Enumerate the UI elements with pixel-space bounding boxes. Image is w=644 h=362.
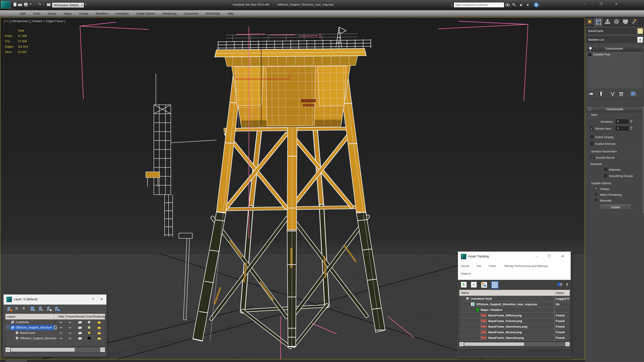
asset-hscrollbar[interactable]: ‹ › — [459, 342, 570, 347]
radiosity-lamp-icon[interactable] — [98, 338, 101, 340]
select-layer-icon[interactable] — [38, 306, 44, 313]
close-button[interactable]: ✕ — [612, 1, 621, 7]
render-toggle-teapot-icon[interactable] — [78, 321, 82, 323]
menu-rendering[interactable]: Rendering — [159, 10, 180, 17]
menu-graph-editors[interactable]: Graph Editors — [133, 10, 158, 17]
asset-menu-paths[interactable]: Paths — [489, 264, 496, 268]
collapse-minus-icon[interactable]: − — [6, 326, 9, 329]
subscription-key-icon[interactable] — [511, 2, 518, 7]
tab-create[interactable] — [586, 18, 594, 25]
freeze-toggle[interactable] — [68, 338, 71, 339]
hide-toggle[interactable] — [60, 338, 62, 339]
object-name-field[interactable]: BaseFrame — [586, 28, 636, 34]
workspace-dropdown[interactable]: Workspace: Default ▾ — [52, 2, 84, 8]
app-logo-dropdown-icon[interactable]: ▾ — [11, 7, 12, 9]
rollout-header-turbosmooth[interactable]: − TurboSmooth — [586, 106, 644, 112]
asset-dialog-titlebar[interactable]: Asset Tracking – ❐ ✕ — [458, 252, 571, 262]
modifier-list-dropdown[interactable]: Modifier List ▼ — [586, 37, 643, 43]
layer-hscrollbar[interactable]: ‹ › — [5, 347, 105, 353]
hide-toggle[interactable] — [60, 322, 62, 323]
tab-motion[interactable] — [612, 18, 621, 25]
menu-modifiers[interactable]: Modifiers — [92, 10, 111, 17]
pin-stack-icon[interactable] — [588, 91, 594, 97]
select-objects-icon[interactable] — [30, 306, 36, 313]
asset-row-map[interactable]: PNG BaseFrame_Glossiness.png Found — [459, 324, 570, 329]
tab-display[interactable] — [621, 18, 630, 25]
menu-edit[interactable]: Edit — [17, 10, 29, 17]
new-file-icon[interactable] — [12, 2, 18, 7]
asset-row-vault[interactable]: Autodesk Vault Logged Out — [459, 296, 570, 302]
layer-help-button[interactable]: ? — [92, 297, 94, 301]
undo-icon[interactable]: ↶ — [28, 2, 34, 7]
iterations-spinner[interactable]: ▲▼ — [630, 119, 633, 124]
search-flyout-icon[interactable]: ▸ — [452, 4, 453, 6]
menu-create[interactable]: Create — [76, 10, 92, 17]
layer-row-offshore-object[interactable]: Offshore_Support_Structure — [5, 336, 106, 341]
make-unique-icon[interactable] — [610, 91, 616, 97]
asset-menu-options[interactable]: Options — [461, 272, 471, 275]
redo-icon[interactable]: ↷ — [37, 2, 42, 7]
radio-always[interactable] — [594, 187, 598, 190]
layer-row-offshore-support-structure[interactable]: − Offshore_Support_Structure — [5, 325, 106, 330]
current-layer-box[interactable] — [54, 326, 56, 329]
freeze-toggle[interactable] — [68, 322, 71, 323]
layer-dialog[interactable]: Layer: 0 (default) ? ✕ ✕ + Layers Hide F… — [3, 294, 107, 357]
menu-views[interactable]: Views — [60, 10, 75, 17]
layer-row-baseframe[interactable]: BaseFrame — [5, 330, 106, 336]
radiosity-lamp-icon[interactable] — [98, 332, 101, 334]
layer-color-swatch[interactable] — [88, 326, 90, 329]
modifier-list-arrow-icon[interactable]: ▼ — [637, 37, 643, 43]
asset-tracking-dialog[interactable]: Asset Tracking – ❐ ✕ Server File Paths B… — [458, 251, 571, 358]
layer-color-swatch[interactable] — [88, 321, 90, 324]
render-iters-field[interactable]: 2 — [616, 126, 628, 131]
tab-hierarchy[interactable] — [603, 18, 612, 25]
asset-menu-server[interactable]: Server — [461, 264, 469, 268]
hide-toggle[interactable] — [60, 327, 62, 328]
refresh-icon[interactable]: ↻ — [461, 282, 467, 288]
isoline-display-checkbox[interactable] — [590, 135, 594, 139]
render-toggle-teapot-icon[interactable] — [78, 332, 82, 334]
radio-when-rendering[interactable] — [594, 193, 598, 196]
menu-tools[interactable]: Tools — [30, 10, 44, 17]
menu-group[interactable]: Group — [44, 10, 60, 17]
table-view-icon[interactable] — [491, 281, 499, 289]
layer-color-swatch[interactable] — [88, 331, 90, 334]
search-input[interactable] — [454, 2, 504, 7]
app-logo-button[interactable] — [1, 1, 10, 9]
layer-dialog-titlebar[interactable]: Layer: 0 (default) ? ✕ — [4, 295, 106, 305]
asset-minimize-button[interactable]: – — [535, 254, 537, 258]
help-icon[interactable]: ? — [534, 3, 539, 7]
report-view-icon[interactable]: ≡ — [471, 282, 477, 288]
asset-menu-bitmap-performance[interactable]: Bitmap Performance and Memory — [504, 264, 548, 268]
asset-close-button[interactable]: ✕ — [561, 254, 564, 258]
layer-row-default[interactable]: 0 (default) ✓ — [5, 320, 106, 325]
render-iters-spinner[interactable]: ▲▼ — [630, 126, 633, 131]
redo-dropdown-icon[interactable]: ▾ — [43, 3, 44, 5]
stack-item-editable-poly[interactable]: + Editable Poly — [586, 52, 643, 57]
layer-color-swatch[interactable] — [88, 337, 90, 340]
current-layer-check[interactable]: ✓ — [54, 320, 56, 325]
new-layer-icon[interactable] — [7, 306, 12, 313]
configure-modifier-sets-icon[interactable] — [630, 91, 636, 97]
iterations-field[interactable]: 0 — [616, 119, 628, 124]
highlight-layer-icon[interactable] — [46, 306, 52, 313]
hierarchy-view-icon[interactable] — [481, 282, 487, 289]
help-dropdown-icon[interactable]: ▾ — [539, 4, 540, 6]
remove-modifier-icon[interactable] — [618, 91, 624, 97]
maximize-button[interactable]: ❐ — [596, 1, 606, 7]
hide-toggle[interactable] — [60, 333, 62, 334]
explicit-normals-checkbox[interactable] — [590, 142, 594, 145]
save-file-icon[interactable] — [23, 2, 28, 7]
asset-row-maps-shaders[interactable]: Maps / Shaders — [459, 307, 570, 313]
tab-utilities[interactable] — [630, 18, 639, 25]
rollout-collapse-icon[interactable]: − — [588, 108, 591, 111]
menu-animation[interactable]: Animation — [112, 10, 132, 17]
open-file-icon[interactable] — [18, 2, 23, 7]
maxscript-mini-listener[interactable] — [6, 360, 26, 362]
asset-menu-file[interactable]: File — [476, 264, 481, 268]
tab-modify[interactable] — [594, 18, 603, 26]
asset-row-map[interactable]: PNG BaseFrame_Normal.png Found — [459, 329, 570, 335]
radiosity-lamp-icon[interactable] — [98, 327, 101, 329]
show-end-result-icon[interactable] — [598, 91, 604, 97]
asset-row-map[interactable]: PNG BaseFrame_Specular.png Found — [459, 335, 570, 341]
